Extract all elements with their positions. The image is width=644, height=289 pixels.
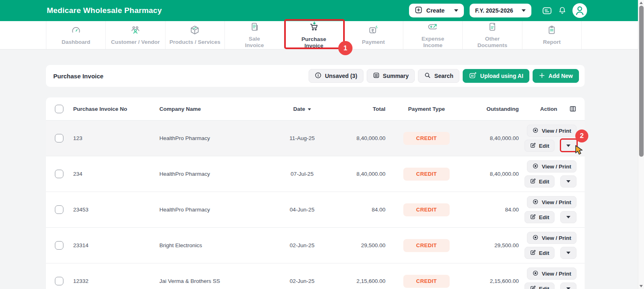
tab-purchase-invoice[interactable]: Purchase Invoice	[284, 21, 343, 49]
scrollbar-thumb[interactable]	[639, 6, 644, 157]
tab-label: Sale Invoice	[239, 36, 270, 48]
tab-other-documents[interactable]: Other Documents	[462, 21, 522, 49]
view-print-button[interactable]: View / Print	[527, 160, 577, 173]
view-print-button[interactable]: View / Print	[527, 125, 577, 137]
view-print-button[interactable]: View / Print	[527, 232, 577, 244]
outstanding-cell: 8,40,000.00	[466, 135, 521, 141]
table-row: 23453 HealthPro Pharmacy 04-Jun-25 84.00…	[46, 192, 585, 227]
column-header-date[interactable]: Date	[274, 106, 331, 112]
fiscal-year-dropdown[interactable]: F.Y. 2025-2026	[470, 4, 531, 17]
date-cell: 07-Jul-25	[274, 171, 331, 177]
chevron-down-icon	[566, 180, 570, 183]
row-checkbox[interactable]	[55, 241, 63, 250]
edit-button[interactable]: Edit	[524, 211, 555, 223]
nav-tabs: Dashboard Customer / Vendor	[46, 21, 582, 49]
page-title: Purchase Invoice	[53, 73, 103, 80]
view-print-button[interactable]: View / Print	[527, 267, 577, 280]
tab-label: Customer / Vendor	[111, 39, 160, 45]
payment-type-badge: CREDIT	[403, 239, 450, 252]
column-header-company: Company Name	[158, 106, 274, 112]
page-toolbar: Purchase Invoice Unsaved (3) Summary	[46, 65, 585, 87]
edit-pencil-icon	[530, 178, 536, 185]
view-print-label: View / Print	[542, 199, 571, 205]
edit-label: Edit	[539, 250, 550, 256]
view-print-label: View / Print	[542, 164, 571, 170]
company-cell: HealthPro Pharmacy	[158, 135, 274, 141]
row-actions-dropdown-button[interactable]	[560, 211, 577, 223]
vertical-scrollbar[interactable]	[638, 0, 644, 289]
tab-label: Dashboard	[61, 39, 90, 45]
edit-button[interactable]: Edit	[524, 283, 555, 289]
row-actions-dropdown-button[interactable]	[560, 247, 577, 259]
user-avatar[interactable]	[572, 3, 587, 18]
edit-button[interactable]: Edit	[524, 247, 555, 259]
info-icon	[315, 72, 322, 80]
action-cell: View / Print Edit	[521, 125, 577, 152]
scrollbar-up-arrow-icon[interactable]	[640, 2, 643, 4]
edit-label: Edit	[539, 179, 550, 185]
column-header-payment-type: Payment Type	[387, 106, 466, 112]
add-new-button[interactable]: Add New	[533, 69, 579, 83]
tab-sale-invoice[interactable]: Sale Invoice	[224, 21, 284, 49]
invoice-no-cell: 234	[72, 171, 158, 177]
view-print-button[interactable]: View / Print	[527, 196, 577, 208]
invoice-no-cell: 123	[72, 135, 158, 141]
tab-customer-vendor[interactable]: Customer / Vendor	[105, 21, 165, 49]
date-cell: 02-Jun-25	[274, 278, 331, 284]
select-all-checkbox[interactable]	[55, 105, 63, 113]
app-header: Medicare Wholesale Pharmacy Create F.Y. …	[0, 0, 644, 21]
app-title: Medicare Wholesale Pharmacy	[47, 6, 162, 15]
action-cell: View / Print Edit	[521, 196, 577, 223]
sort-caret-icon	[308, 108, 311, 110]
tab-label: Expense Income	[417, 36, 449, 48]
unsaved-label: Unsaved (3)	[325, 73, 357, 79]
action-cell: View / Print Edit	[521, 232, 577, 259]
edit-button[interactable]: Edit	[524, 175, 555, 188]
edit-pencil-icon	[530, 214, 536, 221]
edit-pencil-icon	[530, 249, 536, 257]
table-header-row: Purchase Invoice No Company Name Date To…	[46, 97, 585, 120]
tab-dashboard[interactable]: Dashboard	[46, 21, 105, 49]
total-cell: 2,15,600.00	[331, 278, 387, 284]
edit-label: Edit	[539, 214, 550, 220]
chevron-down-icon	[566, 144, 570, 147]
cube-icon	[189, 25, 200, 37]
search-icon	[424, 72, 431, 80]
tab-products-services[interactable]: Products / Services	[165, 21, 224, 49]
view-icon	[532, 127, 539, 135]
toolbar-actions: Unsaved (3) Summary Search	[309, 69, 579, 83]
shortcut-keyboard-icon[interactable]	[542, 6, 552, 16]
tab-payment[interactable]: Payment	[344, 21, 403, 49]
column-header-total: Total	[331, 106, 387, 112]
row-checkbox[interactable]	[55, 134, 63, 142]
company-cell: Jai Verma & Brothers SS	[158, 278, 274, 284]
view-icon	[532, 198, 539, 206]
tab-report[interactable]: Report	[522, 21, 582, 49]
chevron-down-icon	[566, 287, 570, 289]
search-button[interactable]: Search	[418, 69, 459, 83]
row-checkbox[interactable]	[55, 277, 63, 285]
tab-label: Products / Services	[170, 39, 220, 45]
total-cell: 8,40,000.00	[331, 171, 387, 177]
edit-button[interactable]: Edit	[524, 140, 555, 152]
row-checkbox[interactable]	[55, 205, 63, 214]
row-actions-dropdown-button[interactable]	[560, 175, 577, 188]
tab-expense-income[interactable]: Expense Income	[403, 21, 462, 49]
row-actions-dropdown-button[interactable]	[560, 140, 577, 152]
chevron-down-icon	[566, 252, 570, 254]
upload-using-ai-button[interactable]: Ai Upload using AI	[463, 69, 529, 83]
notification-bell-icon[interactable]	[558, 6, 567, 15]
column-settings-icon[interactable]	[569, 105, 577, 114]
create-button[interactable]: Create	[409, 4, 463, 17]
svg-text:Ai: Ai	[471, 74, 474, 78]
date-cell: 04-Jun-25	[274, 207, 331, 213]
row-actions-dropdown-button[interactable]	[560, 283, 577, 289]
document-clock-icon	[487, 22, 498, 34]
row-checkbox[interactable]	[55, 170, 63, 178]
scrollbar-down-arrow-icon[interactable]	[640, 285, 643, 287]
column-header-invoice-no: Purchase Invoice No	[72, 106, 158, 112]
unsaved-button[interactable]: Unsaved (3)	[309, 69, 363, 83]
add-new-label: Add New	[548, 73, 573, 79]
chevron-down-icon	[522, 9, 526, 12]
summary-button[interactable]: Summary	[367, 69, 415, 83]
